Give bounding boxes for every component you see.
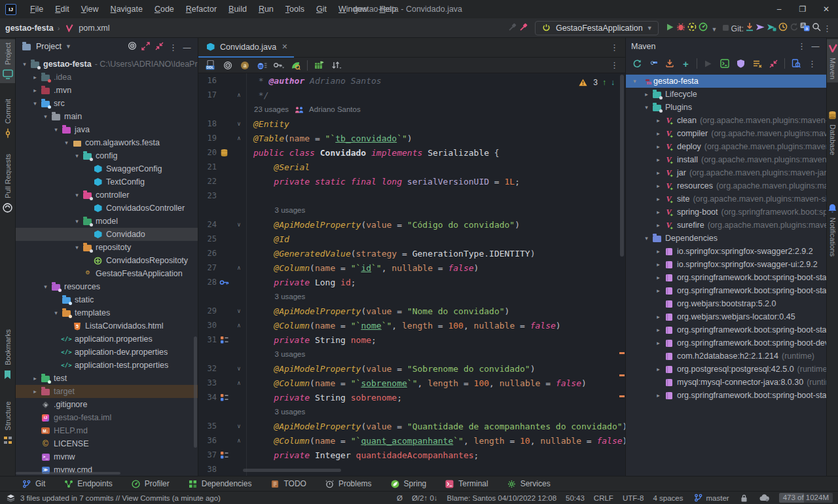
menu-navigate[interactable]: Navigate [105, 0, 149, 18]
run-icon[interactable] [665, 22, 676, 33]
tree-item--gitignore[interactable]: .gitignore [16, 398, 198, 411]
fold-marker[interactable]: ∧ [237, 380, 240, 386]
maven-panel-title[interactable]: Maven [631, 42, 656, 51]
tree-item-surefire[interactable]: ▸V✦surefire(org.apache.maven.plugins:mav… [626, 219, 826, 232]
tree-item-convidadoscontroller[interactable]: ConvidadosController [16, 202, 198, 215]
profiler-icon[interactable] [698, 21, 709, 32]
kebab-icon[interactable]: ⋮ [796, 41, 807, 52]
terminal2-icon[interactable] [719, 58, 730, 69]
tree-item-gestaofestaapplication[interactable]: ⚙GestaoFestaApplication [16, 267, 198, 280]
code-line[interactable]: 18∨ @Entity [198, 117, 625, 131]
code-line[interactable]: 19∧ @Table(name = "`tb_convidado`") [198, 131, 625, 145]
gutter[interactable]: 27∧ [198, 261, 246, 275]
tree-item-help-md[interactable]: M↓HELP.md [16, 424, 198, 437]
code-line[interactable]: 16 * @author Adriano Santos [198, 73, 625, 88]
gutter[interactable]: 20 [198, 145, 246, 160]
stripe-bookmarks[interactable]: Bookmarks [0, 326, 15, 384]
tree-item-resources[interactable]: ▸V✦resources(org.apache.maven.plugins:ma… [626, 179, 826, 192]
prev-warning-icon[interactable]: ↑ [602, 78, 606, 87]
stripe-structure[interactable]: Structure [0, 398, 15, 449]
tool-window-dependencies[interactable]: Dependencies [187, 478, 252, 490]
rollback-icon[interactable] [788, 21, 799, 32]
code-line[interactable]: 17∧ */ [198, 88, 625, 102]
kebab-icon[interactable]: ⋮ [168, 42, 179, 53]
fold-marker[interactable]: ∧ [237, 135, 240, 141]
gutter[interactable]: 37 [198, 448, 246, 462]
download-icon[interactable] [664, 58, 675, 69]
gutter[interactable]: 25 [198, 232, 246, 246]
minimize-button[interactable]: – [767, 0, 791, 18]
tree-item-config[interactable]: ▾config [16, 149, 198, 162]
code-line[interactable]: 32∨ @ApiModelProperty(value = "Sobrenome… [198, 361, 625, 376]
tree-item-org-webjars-bootstrap-5-2-0[interactable]: org.webjars:bootstrap:5.2.0 [626, 297, 826, 310]
code-line[interactable]: 22 private static final long serialVersi… [198, 174, 625, 189]
code-line[interactable]: 36∧ @Column(name = "`quant_acompanhante`… [198, 433, 625, 448]
project-tree-scrollbar[interactable] [194, 336, 197, 448]
tableleaf-icon[interactable] [314, 60, 325, 71]
stripe-database[interactable]: Database [827, 106, 838, 158]
code-line[interactable]: 29∨ @ApiModelProperty(value = "Nome do c… [198, 304, 625, 318]
fold-marker[interactable]: ∧ [237, 92, 240, 98]
tree-item-org-springframework-boot-spring-boot-sta[interactable]: ▸org.springframework.boot:spring-boot-st… [626, 271, 826, 284]
kebab-icon[interactable]: ⋮ [822, 23, 833, 34]
target2-icon[interactable] [222, 60, 233, 71]
push-icon[interactable] [755, 22, 766, 33]
editor-scrollbar[interactable] [620, 75, 624, 257]
tab-convidado-java[interactable]: Convidado.java ✕ [198, 38, 294, 58]
tree-item-target[interactable]: ▸target [16, 385, 198, 398]
code-line[interactable]: 21 @Serial [198, 160, 625, 174]
gutter[interactable]: 33∧ [198, 376, 246, 390]
gutter[interactable]: 19∧ [198, 131, 246, 145]
tree-item-org-springframework-boot-spring-boot-sta[interactable]: ▸org.springframework.boot:spring-boot-st… [626, 284, 826, 297]
fold-marker[interactable]: ∨ [237, 423, 240, 429]
tree-item-spring-boot[interactable]: ▸V✦spring-boot(org.springframework.boot:… [626, 206, 826, 219]
run-configuration-select[interactable]: GestaoFestaApplication ▼ [535, 21, 659, 35]
hammer-dim-icon[interactable] [507, 22, 518, 33]
gutter[interactable]: 30∧ [198, 318, 246, 333]
usages-inlay[interactable]: 3 usages [198, 405, 625, 419]
breadcrumb-project[interactable]: gestao-festa [5, 24, 54, 33]
tree-item-dependencies[interactable]: ▾Dependencies [626, 232, 826, 245]
memory-indicator[interactable]: 473 of 1024M [779, 493, 833, 503]
fold-marker[interactable]: ∧ [237, 264, 240, 271]
tree-item-gestao-festa[interactable]: ▾mgestao-festa [626, 75, 826, 88]
tree-item-gestao-festa-iml[interactable]: IJgestao-festa.iml [16, 411, 198, 424]
status-crlf[interactable]: CRLF [594, 494, 613, 502]
foldersync-icon[interactable]: ⟳ [647, 58, 659, 69]
tree-item-mysql-mysql-connector-java-8-0-30[interactable]: mysql:mysql-connector-java:8.0.30(runtim [626, 376, 826, 389]
stripe-pull-requests[interactable]: Pull Requests [0, 151, 15, 217]
bee-icon[interactable] [256, 60, 267, 71]
tree-item-jar[interactable]: ▸V✦jar(org.apache.maven.plugins:maven-ja… [626, 166, 826, 179]
tool-window-git[interactable]: Git [21, 478, 45, 490]
search-icon[interactable] [811, 21, 822, 32]
code-line[interactable]: 31 private String nome; [198, 333, 625, 347]
tree-item-org-springframework-boot-spring-boot-dev[interactable]: ▸org.springframework.boot:spring-boot-de… [626, 336, 826, 350]
docsearch-icon[interactable] [790, 58, 801, 69]
tree-item-test[interactable]: ▸test [16, 372, 198, 385]
hammer-pink-icon[interactable] [518, 22, 529, 33]
tree-item-site[interactable]: ▸V✦site(org.apache.maven.plugins:maven-s… [626, 192, 826, 206]
gutter[interactable]: 28 [198, 275, 246, 289]
tree-item-java[interactable]: ▾java [16, 123, 198, 136]
tool-window-endpoints[interactable]: Endpoints [63, 478, 112, 490]
code-line[interactable]: 23 [198, 189, 625, 203]
gutter[interactable]: 21 [198, 160, 246, 174]
chevdown-icon[interactable]: ▼ [709, 24, 720, 35]
tree-item-textconfig[interactable]: TextConfig [16, 175, 198, 189]
plus-icon[interactable]: + [680, 58, 691, 69]
translate-icon[interactable]: Aa [799, 21, 811, 32]
tree-item-com-h2database-h2-2-1-214[interactable]: com.h2database:h2:2.1.214(runtime) [626, 350, 826, 363]
collapse2-icon[interactable] [768, 58, 779, 69]
collapse-icon[interactable] [154, 41, 165, 52]
code-line[interactable]: 28 private Long id; [198, 275, 625, 289]
stripe-project[interactable]: Project [0, 39, 15, 83]
tab-options-icon[interactable]: ⋮ [610, 43, 619, 52]
tree-item-main[interactable]: ▾main [16, 110, 198, 123]
tree-item-static[interactable]: static [16, 293, 198, 306]
maximize-button[interactable]: ❐ [791, 0, 814, 18]
tool-window-problems[interactable]: Problems [324, 478, 372, 490]
leafsearch-icon[interactable] [290, 60, 301, 71]
tree-item-install[interactable]: ▸V✦install(org.apache.maven.plugins:mave… [626, 153, 826, 166]
stripe-notifications[interactable]: Notifications [827, 199, 838, 260]
tree-item-swaggerconfig[interactable]: SwaggerConfig [16, 162, 198, 175]
